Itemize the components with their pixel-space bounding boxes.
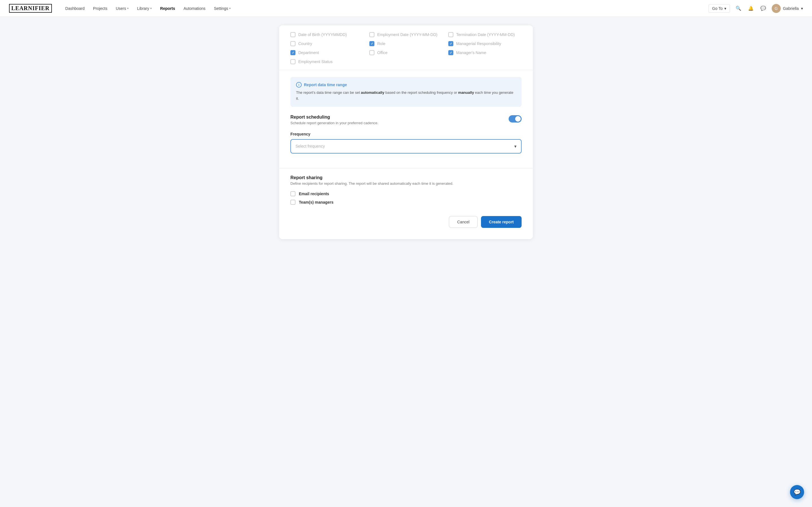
chevron-down-icon: ▾ — [127, 7, 129, 10]
fields-grid: Date of Birth (YYYYMMDD)Employment Date … — [290, 32, 522, 64]
cancel-button[interactable]: Cancel — [449, 216, 477, 228]
frequency-dropdown[interactable]: Select frequency ▾ — [290, 139, 522, 154]
create-report-button[interactable]: Create report — [481, 216, 522, 228]
divider — [279, 168, 533, 168]
nav-link-dashboard[interactable]: Dashboard — [62, 4, 88, 12]
sharing-checkbox[interactable] — [290, 200, 296, 205]
field-item: Role — [369, 41, 443, 46]
info-section: i Report data time range The report's da… — [279, 70, 533, 168]
field-checkbox[interactable] — [448, 41, 453, 46]
field-label: Role — [377, 41, 386, 46]
field-checkbox[interactable] — [290, 59, 296, 64]
goto-button[interactable]: Go To ▾ — [709, 4, 730, 13]
user-name: Gabriella — [783, 6, 799, 11]
field-item: Managerial Responsibility — [448, 41, 522, 46]
scheduling-subtitle: Schedule report generation in your prefe… — [290, 121, 378, 125]
chevron-down-icon: ▾ — [229, 7, 231, 10]
field-checkbox[interactable] — [369, 32, 374, 37]
field-item: Department — [290, 50, 364, 55]
field-item: Employment Status — [290, 59, 364, 64]
field-label: Employment Status — [298, 59, 333, 64]
scheduling-title: Report scheduling — [290, 115, 378, 120]
nav-link-projects[interactable]: Projects — [90, 4, 111, 12]
field-label: Employment Date (YYYY-MM-DD) — [377, 33, 437, 37]
footer-actions: Cancel Create report — [279, 208, 533, 228]
sharing-section: Report sharing Define recipients for rep… — [279, 175, 533, 205]
chevron-down-icon: ▾ — [150, 7, 152, 10]
user-menu[interactable]: G Gabriella ▾ — [772, 4, 803, 13]
sharing-option-label: Team(s) managers — [299, 200, 334, 205]
scheduling-header: Report scheduling Schedule report genera… — [290, 115, 522, 131]
main-card: Date of Birth (YYYYMMDD)Employment Date … — [279, 25, 533, 239]
nav-link-settings[interactable]: Settings▾ — [211, 4, 234, 12]
chat-fab-button[interactable]: 💬 — [790, 485, 804, 499]
field-label: Manager's Name — [456, 50, 486, 55]
field-item: Country — [290, 41, 364, 46]
field-item: Date of Birth (YYYYMMDD) — [290, 32, 364, 37]
field-checkbox[interactable] — [448, 50, 453, 55]
chevron-down-icon: ▾ — [801, 6, 803, 11]
field-item: Office — [369, 50, 443, 55]
sharing-options: Email recipientsTeam(s) managers — [290, 191, 522, 205]
field-label: Department — [298, 50, 319, 55]
field-checkbox[interactable] — [290, 50, 296, 55]
field-checkbox[interactable] — [290, 32, 296, 37]
nav-link-library[interactable]: Library▾ — [134, 4, 155, 12]
bell-icon[interactable]: 🔔 — [747, 4, 755, 12]
scheduling-toggle[interactable] — [509, 115, 522, 122]
field-label: Date of Birth (YYYYMMDD) — [298, 33, 347, 37]
sharing-title: Report sharing — [290, 175, 522, 180]
field-checkbox[interactable] — [448, 32, 453, 37]
info-box-text: The report's data time range can be set … — [296, 90, 516, 102]
fields-section: Date of Birth (YYYYMMDD)Employment Date … — [279, 25, 533, 70]
field-checkbox[interactable] — [369, 50, 374, 55]
nav-right: Go To ▾ 🔍 🔔 💬 G Gabriella ▾ — [709, 4, 803, 13]
avatar: G — [772, 4, 781, 13]
search-icon[interactable]: 🔍 — [734, 4, 742, 12]
navbar: LEARNIFIER DashboardProjectsUsers▾Librar… — [0, 0, 812, 17]
field-label: Office — [377, 50, 388, 55]
goto-label: Go To — [712, 6, 723, 11]
nav-link-users[interactable]: Users▾ — [112, 4, 132, 12]
logo[interactable]: LEARNIFIER — [9, 4, 52, 13]
field-item: Termination Date (YYYY-MM-DD) — [448, 32, 522, 37]
sharing-subtitle: Define recipients for report sharing. Th… — [290, 181, 522, 186]
info-icon: i — [296, 82, 302, 88]
info-box: i Report data time range The report's da… — [290, 77, 522, 107]
frequency-placeholder: Select frequency — [296, 144, 325, 149]
info-box-header: i Report data time range — [296, 82, 516, 88]
nav-link-automations[interactable]: Automations — [180, 4, 209, 12]
chevron-down-icon: ▾ — [724, 6, 726, 11]
info-box-title: Report data time range — [304, 82, 347, 87]
field-item: Manager's Name — [448, 50, 522, 55]
nav-link-reports[interactable]: Reports — [157, 4, 179, 12]
field-label: Termination Date (YYYY-MM-DD) — [456, 33, 515, 37]
sharing-checkbox[interactable] — [290, 191, 296, 196]
sharing-option-label: Email recipients — [299, 191, 329, 196]
sharing-option[interactable]: Team(s) managers — [290, 200, 522, 205]
field-checkbox[interactable] — [290, 41, 296, 46]
field-label: Managerial Responsibility — [456, 41, 501, 46]
nav-links: DashboardProjectsUsers▾Library▾ReportsAu… — [62, 4, 709, 12]
chat-icon[interactable]: 💬 — [759, 4, 767, 12]
field-label: Country — [298, 41, 312, 46]
scheduling-titles: Report scheduling Schedule report genera… — [290, 115, 378, 131]
field-item: Employment Date (YYYY-MM-DD) — [369, 32, 443, 37]
scheduling-section: Report scheduling Schedule report genera… — [290, 115, 522, 154]
chevron-down-icon: ▾ — [514, 144, 516, 149]
field-checkbox[interactable] — [369, 41, 374, 46]
sharing-option[interactable]: Email recipients — [290, 191, 522, 196]
frequency-label: Frequency — [290, 132, 522, 136]
